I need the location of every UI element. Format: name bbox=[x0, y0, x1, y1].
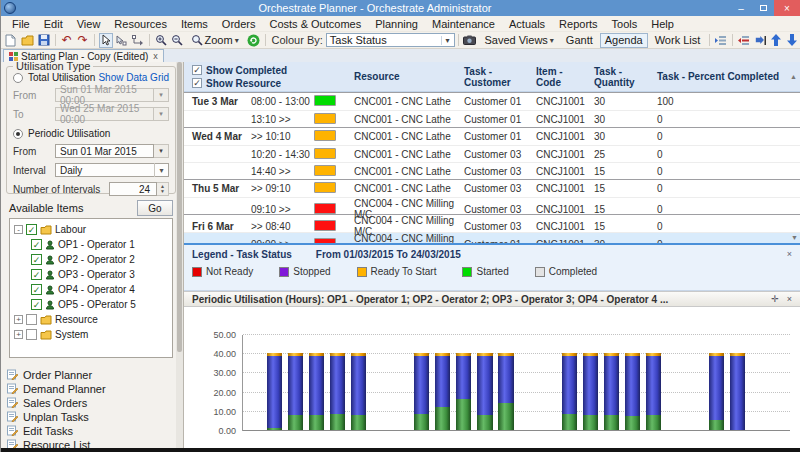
periodic-from-calendar-button[interactable]: ▾ bbox=[154, 144, 169, 158]
menu-help[interactable]: Help bbox=[644, 17, 681, 31]
zoom-out-icon[interactable] bbox=[170, 33, 184, 48]
outdent-task-icon[interactable] bbox=[737, 33, 751, 48]
tab-starting-plan[interactable]: Starting Plan - Copy (Edited) x bbox=[3, 49, 164, 62]
tree-node-resource[interactable]: +Resource bbox=[14, 312, 172, 327]
link-tool-icon[interactable] bbox=[131, 33, 145, 48]
table-scroll-up-icon[interactable]: ▲ bbox=[787, 73, 800, 80]
tree-checkbox[interactable]: ✓ bbox=[31, 284, 42, 295]
tree-leaf-op5[interactable]: ✓OP5 - OPerator 5 bbox=[14, 297, 172, 312]
table-row[interactable]: Wed 4 Mar>> 10:10CNC001 - CNC LatheCusto… bbox=[184, 128, 800, 145]
menu-items[interactable]: Items bbox=[174, 17, 215, 31]
nav-item-order-planner[interactable]: Order Planner bbox=[1, 368, 176, 381]
tree-node-labour[interactable]: -✓Labour bbox=[14, 222, 172, 237]
tree-expander-icon[interactable]: - bbox=[14, 225, 23, 234]
chart-bar-day-16[interactable] bbox=[562, 353, 577, 430]
column-header-task-quantity[interactable]: Task - Quantity bbox=[589, 66, 652, 88]
intervals-input[interactable]: 24 bbox=[109, 182, 157, 196]
chart-bar-day-10[interactable] bbox=[435, 353, 450, 430]
tree-checkbox[interactable]: ✓ bbox=[31, 239, 42, 250]
menu-costs-outcomes[interactable]: Costs & Outcomes bbox=[262, 17, 368, 31]
chart-bar-day-4[interactable] bbox=[309, 353, 324, 430]
open-plan-icon[interactable] bbox=[20, 33, 35, 48]
menu-view[interactable]: View bbox=[70, 17, 108, 31]
goto-task-icon[interactable] bbox=[753, 33, 767, 48]
table-scroll-down-icon[interactable]: ▼ bbox=[791, 234, 798, 241]
undo-icon[interactable]: ↶ bbox=[60, 33, 74, 48]
column-header-resource[interactable]: Resource bbox=[349, 71, 459, 82]
tree-leaf-op3[interactable]: ✓OP3 - Operator 3 bbox=[14, 267, 172, 282]
chart-bar-day-20[interactable] bbox=[646, 353, 661, 430]
chart-bar-day-19[interactable] bbox=[625, 353, 640, 430]
interval-select[interactable]: Daily ▾ bbox=[55, 163, 169, 177]
chart-bar-day-6[interactable] bbox=[351, 353, 366, 430]
tree-checkbox[interactable]: ✓ bbox=[31, 269, 42, 280]
nav-item-edit-tasks[interactable]: Edit Tasks bbox=[1, 424, 176, 437]
move-up-icon[interactable] bbox=[769, 33, 783, 48]
close-button[interactable]: × bbox=[774, 0, 800, 16]
chart-bar-day-11[interactable] bbox=[456, 353, 471, 430]
drag-tool-icon[interactable] bbox=[115, 33, 129, 48]
menu-orders[interactable]: Orders bbox=[215, 17, 263, 31]
refresh-icon[interactable] bbox=[246, 33, 261, 48]
menu-maintenance[interactable]: Maintenance bbox=[425, 17, 502, 31]
menu-edit[interactable]: Edit bbox=[37, 17, 70, 31]
chart-bar-day-23[interactable] bbox=[709, 353, 724, 430]
chart-bar-day-24[interactable] bbox=[730, 353, 745, 430]
saved-views-dropdown[interactable]: Saved Views ▾ bbox=[479, 33, 558, 48]
indent-task-icon[interactable] bbox=[714, 33, 728, 48]
table-row[interactable]: 09:10 >>CNC004 - CNC Milling M/CCustomer… bbox=[184, 197, 800, 214]
nav-item-demand-planner[interactable]: Demand Planner bbox=[1, 382, 176, 395]
periodic-from-field[interactable]: Sun 01 Mar 2015 bbox=[55, 144, 154, 158]
zoom-in-icon[interactable] bbox=[154, 33, 168, 48]
column-header-item-code[interactable]: Item - Code bbox=[531, 66, 589, 88]
table-row[interactable]: 14:40 >>CNC001 - CNC LatheCustomer 03CNC… bbox=[184, 162, 800, 179]
column-header-task-percent[interactable]: Task - Percent Completed bbox=[652, 71, 787, 82]
menu-actuals[interactable]: Actuals bbox=[502, 17, 552, 31]
colour-by-select[interactable]: Task Status ▾ bbox=[326, 33, 455, 47]
work-list-button[interactable]: Work List bbox=[650, 33, 706, 48]
table-row[interactable]: Thu 5 Mar>> 09:10CNC001 - CNC LatheCusto… bbox=[184, 180, 800, 197]
tree-expander-icon[interactable]: + bbox=[14, 315, 23, 324]
tab-close-icon[interactable]: x bbox=[151, 51, 158, 61]
chart-bar-day-9[interactable] bbox=[414, 353, 429, 430]
chart-bar-day-18[interactable] bbox=[604, 353, 619, 430]
tree-node-system[interactable]: +System bbox=[14, 327, 172, 342]
save-icon[interactable] bbox=[37, 33, 51, 48]
camera-icon[interactable] bbox=[462, 33, 477, 48]
tree-expander-icon[interactable]: + bbox=[14, 330, 23, 339]
legend-close-icon[interactable]: × bbox=[787, 249, 792, 259]
table-row[interactable]: 13:10 >>CNC001 - CNC LatheCustomer 01CNC… bbox=[184, 110, 800, 127]
nav-item-sales-orders[interactable]: Sales Orders bbox=[1, 396, 176, 409]
maximize-button[interactable] bbox=[752, 0, 774, 16]
chart-bar-day-12[interactable] bbox=[477, 353, 492, 430]
agenda-button[interactable]: Agenda bbox=[600, 33, 648, 48]
new-plan-icon[interactable] bbox=[4, 33, 18, 48]
menu-tools[interactable]: Tools bbox=[605, 17, 645, 31]
move-down-icon[interactable] bbox=[785, 33, 799, 48]
table-row[interactable]: 09:00 >>CNC004 - CNC Milling M/CCustomer… bbox=[184, 232, 800, 245]
chart-bar-day-2[interactable] bbox=[267, 353, 282, 430]
table-row[interactable]: Fri 6 Mar>> 08:40CNC004 - CNC Milling M/… bbox=[184, 215, 800, 232]
chart-close-icon[interactable]: × bbox=[787, 294, 792, 304]
table-row[interactable]: Tue 3 Mar08:00 - 13:00CNC001 - CNC Lathe… bbox=[184, 93, 800, 110]
column-header-task-customer[interactable]: Task - Customer bbox=[459, 66, 531, 88]
tree-leaf-op1[interactable]: ✓OP1 - Operator 1 bbox=[14, 237, 172, 252]
menu-reports[interactable]: Reports bbox=[552, 17, 605, 31]
menu-resources[interactable]: Resources bbox=[107, 17, 174, 31]
chart-bar-day-17[interactable] bbox=[583, 353, 598, 430]
menu-file[interactable]: File bbox=[5, 17, 37, 31]
periodic-utilisation-radio[interactable] bbox=[13, 129, 23, 139]
menu-planning[interactable]: Planning bbox=[368, 17, 425, 31]
chart-bar-day-3[interactable] bbox=[288, 353, 303, 430]
nav-item-resource-list[interactable]: Resource List bbox=[1, 438, 176, 448]
minimize-button[interactable]: – bbox=[730, 0, 752, 16]
show-resource-checkbox[interactable]: ✓ bbox=[192, 78, 202, 88]
chart-bar-day-13[interactable] bbox=[498, 353, 513, 430]
tree-checkbox[interactable] bbox=[26, 329, 37, 340]
table-row[interactable]: 10:20 - 14:30CNC001 - CNC LatheCustomer … bbox=[184, 145, 800, 162]
nav-item-unplan-tasks[interactable]: Unplan Tasks bbox=[1, 410, 176, 423]
show-completed-checkbox[interactable]: ✓ bbox=[192, 65, 202, 75]
total-utilisation-radio[interactable] bbox=[13, 73, 23, 83]
intervals-spinner[interactable]: ▲▼ bbox=[157, 182, 169, 196]
tree-leaf-op4[interactable]: ✓OP4 - Operator 4 bbox=[14, 282, 172, 297]
